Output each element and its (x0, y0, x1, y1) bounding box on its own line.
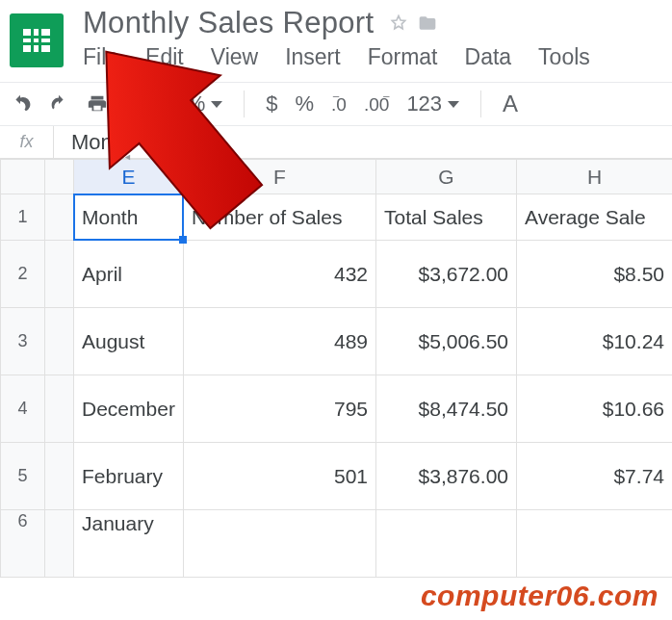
format-percent-button[interactable]: % (296, 91, 315, 116)
cell-h6[interactable] (517, 510, 673, 578)
menu-format[interactable]: Format (368, 44, 438, 70)
number-format-label: 123 (406, 91, 442, 116)
cell-h5[interactable]: $7.74 (517, 443, 673, 510)
print-icon[interactable] (87, 93, 108, 115)
cell-g4[interactable]: $8,474.50 (376, 375, 517, 443)
select-all-corner[interactable] (1, 160, 45, 194)
cell-g2[interactable]: $3,672.00 (376, 241, 517, 308)
row-header-4[interactable]: 4 (1, 375, 45, 443)
cell-f2[interactable]: 432 (184, 241, 376, 308)
sheets-logo-icon (10, 13, 64, 67)
gutter-cell (45, 308, 74, 375)
toolbar: 100% $ % .0 _ .00 _ 123 A (0, 82, 672, 126)
row-header-5[interactable]: 5 (1, 443, 45, 510)
folder-move-icon[interactable] (418, 13, 437, 33)
fx-label: fx (0, 126, 54, 158)
cell-e2[interactable]: April (74, 241, 184, 308)
cell-f1[interactable]: Number of Sales (184, 194, 376, 241)
separator (129, 90, 130, 117)
titlebar: Monthly Sales Report File Edit View Inse… (0, 0, 672, 70)
cell-g6[interactable] (376, 510, 517, 578)
zoom-dropdown[interactable]: 100% (151, 91, 222, 116)
cell-e3[interactable]: August (74, 308, 184, 375)
font-dropdown[interactable]: A (503, 90, 518, 117)
spreadsheet-grid[interactable]: ◄ E F G H 1 Month Number of Sales Total … (0, 159, 672, 578)
menu-insert[interactable]: Insert (285, 44, 341, 70)
cell-h1[interactable]: Average Sale (517, 194, 673, 241)
document-title[interactable]: Monthly Sales Report (83, 6, 374, 40)
undo-icon[interactable] (10, 93, 31, 115)
row-header-1[interactable]: 1 (1, 194, 45, 241)
column-header-h[interactable]: H (517, 160, 673, 194)
formula-bar: fx Month (0, 126, 672, 159)
redo-icon[interactable] (48, 93, 69, 115)
crop-edge (0, 614, 672, 620)
menu-file[interactable]: File (83, 44, 118, 70)
cell-e6[interactable]: January (74, 510, 184, 578)
cell-g3[interactable]: $5,006.50 (376, 308, 517, 375)
column-header-f[interactable]: F (184, 160, 376, 194)
gutter-cell (45, 241, 74, 308)
chevron-down-icon (448, 101, 459, 108)
row-header-2[interactable]: 2 (1, 241, 45, 308)
menu-data[interactable]: Data (465, 44, 512, 70)
menu-edit[interactable]: Edit (145, 44, 184, 70)
column-header-e[interactable]: ◄ E (74, 160, 184, 194)
cell-g5[interactable]: $3,876.00 (376, 443, 517, 510)
format-currency-button[interactable]: $ (266, 91, 277, 116)
menu-tools[interactable]: Tools (538, 44, 590, 70)
increase-decimal-button[interactable]: .00 (364, 94, 389, 115)
gutter-cell (45, 194, 74, 241)
cell-f6[interactable] (184, 510, 376, 578)
google-sheets-window: Monthly Sales Report File Edit View Inse… (0, 0, 672, 620)
decrease-decimal-button[interactable]: .0 (331, 94, 347, 115)
menu-view[interactable]: View (211, 44, 258, 70)
number-format-dropdown[interactable]: 123 (406, 91, 459, 116)
gutter-cell (45, 510, 74, 578)
cell-e4[interactable]: December (74, 375, 184, 443)
cell-f3[interactable]: 489 (184, 308, 376, 375)
zoom-value: 100% (151, 91, 205, 116)
decrease-decimal-sub: _ (333, 86, 339, 97)
cell-f5[interactable]: 501 (184, 443, 376, 510)
watermark: computer06.com (421, 580, 659, 612)
chevron-down-icon (211, 101, 222, 108)
cell-g1[interactable]: Total Sales (376, 194, 517, 241)
gutter-cell (45, 375, 74, 443)
separator (480, 90, 481, 117)
separator (244, 90, 245, 117)
cell-f4[interactable]: 795 (184, 375, 376, 443)
column-header-g[interactable]: G (376, 160, 517, 194)
cell-e5[interactable]: February (74, 443, 184, 510)
fx-value[interactable]: Month (54, 130, 130, 155)
row-header-3[interactable]: 3 (1, 308, 45, 375)
cell-h2[interactable]: $8.50 (517, 241, 673, 308)
frozen-gutter (45, 160, 74, 194)
cell-e1[interactable]: Month (74, 194, 184, 241)
increase-decimal-sub: _ (383, 86, 389, 97)
cell-h3[interactable]: $10.24 (517, 308, 673, 375)
star-icon[interactable] (389, 13, 408, 33)
menubar: File Edit View Insert Format Data Tools (83, 40, 662, 70)
cell-h4[interactable]: $10.66 (517, 375, 673, 443)
gutter-cell (45, 443, 74, 510)
row-header-6[interactable]: 6 (1, 510, 45, 578)
